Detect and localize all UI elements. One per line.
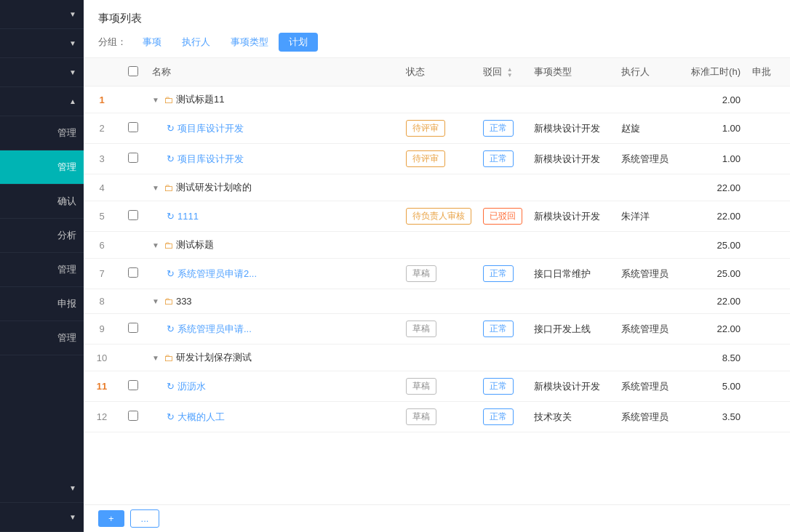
row-apply xyxy=(746,402,790,432)
row-status-cell: 待负责人审核 xyxy=(400,201,477,232)
sidebar-item-apply[interactable]: 申报 xyxy=(0,287,84,321)
status-badge: 待评审 xyxy=(406,150,445,167)
row-reject-cell: 正常 xyxy=(477,144,528,174)
row-checkbox[interactable] xyxy=(128,323,138,333)
task-icon: ↻ xyxy=(167,211,175,222)
row-name-link[interactable]: 系统管理员申请2... xyxy=(177,267,257,281)
row-status-cell: 草稿 xyxy=(400,371,477,402)
row-checkbox-cell xyxy=(120,402,146,432)
sidebar: ▼ ▼ ▼ ▲ 管理 管理 确认 分析 管理 申报 管理 ▼ ▼ xyxy=(0,0,84,532)
row-num: 3 xyxy=(84,144,120,174)
folder-icon: 🗀 xyxy=(164,352,173,363)
row-name-link[interactable]: 1111 xyxy=(177,211,199,222)
chevron-down-icon: ▼ xyxy=(69,513,76,521)
page-title: 事项列表 xyxy=(98,12,775,25)
row-name-cell: ▼🗀测试研发计划啥的 xyxy=(146,174,400,201)
row-task-type: 接口开发上线 xyxy=(528,314,615,344)
task-icon: ↻ xyxy=(167,123,175,134)
sidebar-item-confirm[interactable]: 确认 xyxy=(0,185,84,219)
table-row: 6▼🗀测试标题25.00 xyxy=(84,232,790,259)
row-name-link[interactable]: 项目库设计开发 xyxy=(177,122,244,135)
sidebar-item-manage3[interactable]: 管理 xyxy=(0,253,84,287)
row-num: 11 xyxy=(84,371,120,402)
main-table: 名称 状态 驳回 ▲▼ 事项类型 执行人 标准工时(h) 申批 1▼🗀测试标题1… xyxy=(84,58,790,432)
task-icon: ↻ xyxy=(167,381,175,392)
sidebar-item-1[interactable]: ▼ xyxy=(0,0,84,29)
chevron-down-icon[interactable]: ▼ xyxy=(152,354,159,362)
table-row: 8▼🗀33322.00 xyxy=(84,289,790,314)
row-name: 研发计划保存测试 xyxy=(176,351,252,364)
row-reject-cell: 已驳回 xyxy=(477,201,528,232)
chevron-down-icon: ▼ xyxy=(69,68,76,76)
row-status-cell xyxy=(400,86,477,113)
row-checkbox[interactable] xyxy=(128,122,138,132)
reject-badge: 正常 xyxy=(483,321,514,337)
row-name-cell: ↻系统管理员申请2... xyxy=(146,259,400,289)
row-hours: 22.00 xyxy=(681,314,746,344)
sidebar-item-3[interactable]: ▼ xyxy=(0,58,84,87)
chevron-down-icon[interactable]: ▼ xyxy=(152,184,159,192)
col-header-name: 名称 xyxy=(146,58,400,86)
col-header-status: 状态 xyxy=(400,58,477,86)
row-checkbox-cell xyxy=(120,86,146,113)
chevron-down-icon[interactable]: ▼ xyxy=(152,241,159,249)
row-checkbox-cell xyxy=(120,289,146,314)
row-status-cell xyxy=(400,232,477,259)
row-checkbox[interactable] xyxy=(128,210,138,220)
group-label: 分组： xyxy=(98,36,127,49)
sidebar-item-manage2[interactable]: 管理 xyxy=(0,150,84,185)
add-button[interactable]: + xyxy=(98,510,124,527)
sidebar-item-manage4[interactable]: 管理 xyxy=(0,321,84,355)
tab-plan[interactable]: 计划 xyxy=(279,33,318,52)
row-apply xyxy=(746,289,790,314)
sidebar-item-5[interactable]: ▼ xyxy=(0,474,84,503)
row-name-link[interactable]: 项目库设计开发 xyxy=(177,153,244,166)
sidebar-item-analysis[interactable]: 分析 xyxy=(0,219,84,253)
row-hours: 22.00 xyxy=(681,201,746,232)
row-task-type: 新模块设计开发 xyxy=(528,371,615,402)
table-area: 名称 状态 驳回 ▲▼ 事项类型 执行人 标准工时(h) 申批 1▼🗀测试标题1… xyxy=(84,58,790,504)
row-name-cell: ▼🗀测试标题11 xyxy=(146,86,400,113)
row-hours: 2.00 xyxy=(681,86,746,113)
col-header-type: 事项类型 xyxy=(528,58,615,86)
tab-assignee[interactable]: 执行人 xyxy=(172,33,220,52)
row-reject-cell xyxy=(477,232,528,259)
row-name: 测试研发计划啥的 xyxy=(176,181,252,194)
col-header-reject[interactable]: 驳回 ▲▼ xyxy=(477,58,528,86)
select-all-checkbox[interactable] xyxy=(128,66,138,76)
row-name-link[interactable]: 系统管理员申请... xyxy=(177,323,252,336)
row-checkbox[interactable] xyxy=(128,267,138,278)
row-hours: 25.00 xyxy=(681,232,746,259)
row-assignee xyxy=(615,86,681,113)
sidebar-item-2[interactable]: ▼ xyxy=(0,29,84,58)
folder-icon: 🗀 xyxy=(164,182,173,193)
sidebar-item-manage1[interactable]: 管理 xyxy=(0,116,84,150)
tab-item[interactable]: 事项 xyxy=(132,33,172,52)
status-badge: 草稿 xyxy=(406,265,436,282)
row-num: 12 xyxy=(84,402,120,432)
row-checkbox[interactable] xyxy=(128,411,138,421)
status-badge: 草稿 xyxy=(406,321,436,337)
row-name: 测试标题11 xyxy=(176,93,224,106)
row-apply xyxy=(746,86,790,113)
sidebar-item-6[interactable]: ▼ xyxy=(0,503,84,532)
table-header-row: 名称 状态 驳回 ▲▼ 事项类型 执行人 标准工时(h) 申批 xyxy=(84,58,790,86)
chevron-down-icon[interactable]: ▼ xyxy=(152,297,159,305)
row-num: 9 xyxy=(84,314,120,344)
status-badge: 草稿 xyxy=(406,378,436,395)
secondary-button[interactable]: ... xyxy=(130,509,160,528)
tab-type[interactable]: 事项类型 xyxy=(220,33,279,52)
row-checkbox[interactable] xyxy=(128,153,138,163)
row-status-cell: 草稿 xyxy=(400,259,477,289)
row-task-type xyxy=(528,344,615,371)
sidebar-item-4[interactable]: ▲ xyxy=(0,87,84,116)
chevron-down-icon[interactable]: ▼ xyxy=(152,96,159,104)
status-badge: 草稿 xyxy=(406,408,436,425)
row-name-cell: ↻项目库设计开发 xyxy=(146,113,400,144)
row-reject-cell: 正常 xyxy=(477,259,528,289)
row-name-cell: ↻沥沥水 xyxy=(146,371,400,402)
row-name-link[interactable]: 大概的人工 xyxy=(177,411,225,424)
row-name-link[interactable]: 沥沥水 xyxy=(177,380,206,393)
col-header-assignee: 执行人 xyxy=(615,58,681,86)
row-checkbox[interactable] xyxy=(128,380,138,390)
